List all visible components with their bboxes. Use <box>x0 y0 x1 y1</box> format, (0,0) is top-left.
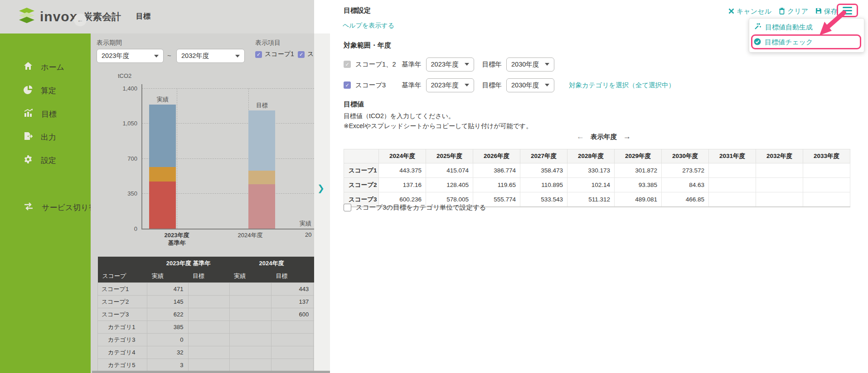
target-instruction-2: ※Excelやスプレッドシートからコピーして貼り付けが可能です。 <box>344 122 532 130</box>
arrow-left-icon[interactable]: ← <box>577 132 584 141</box>
summary-table: 2023年度 基準年2024年度スコープ実績目標実績目標スコープ1471443ス… <box>97 257 314 372</box>
sidebar-item-label: 算定 <box>41 86 56 96</box>
target-instruction-1: 目標値（tCO2）を入力してください。 <box>344 112 455 120</box>
scope3-target-year-select[interactable]: 2030年度 <box>506 78 554 92</box>
scope2-checkbox-label: ス <box>307 50 314 58</box>
target-value-cell[interactable] <box>709 178 756 192</box>
target-value-cell[interactable]: 128.405 <box>426 178 473 192</box>
target-value-cell[interactable]: 358.473 <box>520 163 567 178</box>
target-value-cell[interactable] <box>756 192 803 207</box>
target-value-cell[interactable]: 93.385 <box>615 178 662 192</box>
target-value-cell[interactable] <box>756 178 803 192</box>
chevron-down-icon <box>545 84 549 86</box>
target-value-cell[interactable]: 443.375 <box>379 163 426 178</box>
target-value-cell[interactable]: 301.872 <box>615 163 662 178</box>
brand-suffix: 炭素会計 <box>83 10 121 23</box>
category-unit-checkbox[interactable] <box>344 204 351 211</box>
hamburger-menu-button[interactable] <box>837 4 858 17</box>
target-value-cell[interactable]: 119.65 <box>473 178 520 192</box>
table-row: カテゴリ432 <box>98 346 315 359</box>
scope-section-title: 対象範囲・年度 <box>344 41 391 50</box>
target-value-cell[interactable]: 330.173 <box>567 163 615 178</box>
target-value-cell[interactable] <box>709 163 756 178</box>
menu-item-target-check[interactable]: 目標値チェック <box>754 38 813 47</box>
table-row: スコープ1443.375415.074386.774358.473330.173… <box>344 163 850 178</box>
display-item-scope2[interactable]: ✓ ス <box>298 50 314 58</box>
scope12-base-year-value: 2023年度 <box>431 60 459 69</box>
year-column-header: 2027年度 <box>520 149 567 163</box>
cancel-label: キャンセル <box>737 7 771 16</box>
target-value-cell[interactable]: 489.081 <box>615 192 662 207</box>
year-column-header: 2026年度 <box>473 149 520 163</box>
x-label-2024: 2024年度 <box>225 231 275 239</box>
target-value-cell[interactable] <box>803 163 850 178</box>
help-link[interactable]: ヘルプを表示する <box>343 22 394 30</box>
target-value-cell[interactable] <box>756 163 803 178</box>
bar-segment-スコープ1-2024年度 <box>248 184 275 229</box>
year-column-header: 2025年度 <box>426 149 473 163</box>
actions-dropdown-menu: 目標値自動生成 目標値チェック <box>749 18 864 53</box>
save-button[interactable]: 保存 <box>815 7 838 16</box>
brand-name: invox <box>40 9 78 24</box>
table-row: カテゴリ30 <box>98 334 315 346</box>
sidebar-item-2[interactable]: 算定 <box>0 81 91 100</box>
category-unit-row[interactable]: スコープ3の目標をカテゴリ単位で設定する <box>344 203 486 212</box>
target-value-cell[interactable] <box>709 192 756 207</box>
arrow-right-icon[interactable]: → <box>623 132 631 141</box>
menu-item-label: 目標値チェック <box>765 38 813 47</box>
scope1-checkbox[interactable]: ✓ <box>255 51 262 58</box>
period-from-value: 2023年度 <box>102 52 129 60</box>
target-value-cell[interactable] <box>803 178 850 192</box>
target-value-cell[interactable]: 533.543 <box>520 192 567 207</box>
year-column-header: 2029年度 <box>615 149 662 163</box>
target-value-cell[interactable]: 137.16 <box>379 178 426 192</box>
base-year-label: 基準年 <box>402 81 422 90</box>
target-value-cell[interactable]: 466.85 <box>662 192 709 207</box>
chevron-down-icon <box>545 63 549 66</box>
sidebar-item-label: 設定 <box>41 155 56 166</box>
sidebar-item-4[interactable]: 出力 <box>0 127 91 147</box>
bar-segment-スコープ2-2024年度 <box>248 171 275 184</box>
menu-item-auto-generate[interactable]: 目標値自動生成 <box>754 23 813 32</box>
scope12-base-year-select[interactable]: 2023年度 <box>426 57 474 72</box>
scope12-target-year-select[interactable]: 2030年度 <box>506 57 554 72</box>
cancel-button[interactable]: キャンセル <box>728 7 771 16</box>
display-item-scope1[interactable]: ✓ スコープ1 <box>255 50 294 58</box>
scope3-checkbox[interactable]: ✓ <box>344 81 351 89</box>
target-value-cell[interactable]: 415.074 <box>426 163 473 178</box>
hamburger-icon <box>843 7 852 14</box>
category-select-link[interactable]: 対象カテゴリを選択（全て選択中） <box>569 81 675 90</box>
target-year-label: 目標年 <box>482 81 502 90</box>
check-circle-icon <box>754 38 761 47</box>
target-value-cell[interactable]: 84.63 <box>662 178 709 192</box>
target-value-cell[interactable] <box>803 192 850 207</box>
bar-label: 目標 <box>248 101 276 110</box>
sidebar-collapse-button[interactable]: ← <box>74 14 87 26</box>
year-column-header: 2033年度 <box>803 149 850 163</box>
display-period-label: 表示期間 <box>97 39 122 47</box>
bar-label: 実績 <box>292 220 314 228</box>
chevron-right-icon[interactable]: ❯ <box>317 183 325 193</box>
sidebar-item-3[interactable]: 目標 <box>0 104 91 124</box>
scope3-base-year-select[interactable]: 2023年度 <box>426 78 474 92</box>
target-value-cell[interactable]: 273.572 <box>662 163 709 178</box>
table-row: スコープ1471443 <box>98 283 315 296</box>
target-value-cell[interactable]: 511.312 <box>567 192 615 207</box>
period-separator: ~ <box>167 52 171 59</box>
period-to-select[interactable]: 2032年度 <box>176 49 245 63</box>
sidebar-item-1[interactable]: ホーム <box>0 57 91 77</box>
gear-icon <box>24 155 33 166</box>
chevron-down-icon <box>465 63 469 66</box>
sidebar-item-service-switch[interactable]: サービス切り替え <box>0 197 91 217</box>
horizontal-scrollbar[interactable] <box>92 371 330 373</box>
layers-icon <box>18 7 35 27</box>
table-row: スコープ2145137 <box>98 296 315 308</box>
sidebar-item-5[interactable]: 設定 <box>0 150 91 170</box>
clear-button[interactable]: クリア <box>779 7 808 16</box>
target-value-cell[interactable]: 110.895 <box>520 178 567 192</box>
scope2-checkbox[interactable]: ✓ <box>298 51 305 58</box>
scope12-checkbox[interactable]: ✓ <box>344 61 351 68</box>
target-value-cell[interactable]: 386.774 <box>473 163 520 178</box>
period-from-select[interactable]: 2023年度 <box>97 49 164 63</box>
target-value-cell[interactable]: 102.14 <box>567 178 615 192</box>
